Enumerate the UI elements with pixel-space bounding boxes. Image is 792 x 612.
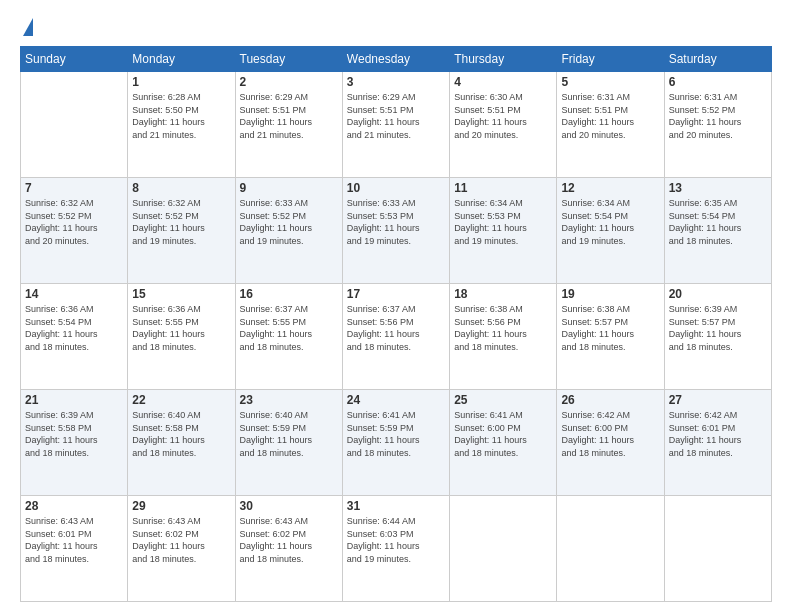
weekday-header-wednesday: Wednesday xyxy=(342,47,449,72)
weekday-header-saturday: Saturday xyxy=(664,47,771,72)
calendar-cell xyxy=(557,496,664,602)
calendar-cell: 11Sunrise: 6:34 AMSunset: 5:53 PMDayligh… xyxy=(450,178,557,284)
day-number: 6 xyxy=(669,75,767,89)
day-number: 15 xyxy=(132,287,230,301)
day-info: Sunrise: 6:38 AMSunset: 5:57 PMDaylight:… xyxy=(561,303,659,353)
calendar-cell: 24Sunrise: 6:41 AMSunset: 5:59 PMDayligh… xyxy=(342,390,449,496)
day-info: Sunrise: 6:35 AMSunset: 5:54 PMDaylight:… xyxy=(669,197,767,247)
day-info: Sunrise: 6:33 AMSunset: 5:52 PMDaylight:… xyxy=(240,197,338,247)
day-number: 11 xyxy=(454,181,552,195)
calendar-cell: 14Sunrise: 6:36 AMSunset: 5:54 PMDayligh… xyxy=(21,284,128,390)
day-number: 25 xyxy=(454,393,552,407)
day-number: 26 xyxy=(561,393,659,407)
day-number: 2 xyxy=(240,75,338,89)
day-number: 4 xyxy=(454,75,552,89)
calendar-cell xyxy=(664,496,771,602)
calendar-week-row: 1Sunrise: 6:28 AMSunset: 5:50 PMDaylight… xyxy=(21,72,772,178)
day-info: Sunrise: 6:36 AMSunset: 5:55 PMDaylight:… xyxy=(132,303,230,353)
day-number: 31 xyxy=(347,499,445,513)
calendar-cell: 6Sunrise: 6:31 AMSunset: 5:52 PMDaylight… xyxy=(664,72,771,178)
day-number: 29 xyxy=(132,499,230,513)
calendar-table: SundayMondayTuesdayWednesdayThursdayFrid… xyxy=(20,46,772,602)
day-number: 13 xyxy=(669,181,767,195)
calendar-cell: 23Sunrise: 6:40 AMSunset: 5:59 PMDayligh… xyxy=(235,390,342,496)
calendar-cell: 27Sunrise: 6:42 AMSunset: 6:01 PMDayligh… xyxy=(664,390,771,496)
day-number: 24 xyxy=(347,393,445,407)
day-number: 14 xyxy=(25,287,123,301)
day-info: Sunrise: 6:28 AMSunset: 5:50 PMDaylight:… xyxy=(132,91,230,141)
day-number: 21 xyxy=(25,393,123,407)
day-info: Sunrise: 6:38 AMSunset: 5:56 PMDaylight:… xyxy=(454,303,552,353)
day-number: 17 xyxy=(347,287,445,301)
day-info: Sunrise: 6:36 AMSunset: 5:54 PMDaylight:… xyxy=(25,303,123,353)
weekday-header-monday: Monday xyxy=(128,47,235,72)
day-info: Sunrise: 6:32 AMSunset: 5:52 PMDaylight:… xyxy=(25,197,123,247)
header xyxy=(20,18,772,38)
day-number: 18 xyxy=(454,287,552,301)
day-info: Sunrise: 6:34 AMSunset: 5:54 PMDaylight:… xyxy=(561,197,659,247)
day-info: Sunrise: 6:30 AMSunset: 5:51 PMDaylight:… xyxy=(454,91,552,141)
calendar-cell: 28Sunrise: 6:43 AMSunset: 6:01 PMDayligh… xyxy=(21,496,128,602)
calendar-cell: 3Sunrise: 6:29 AMSunset: 5:51 PMDaylight… xyxy=(342,72,449,178)
calendar-week-row: 7Sunrise: 6:32 AMSunset: 5:52 PMDaylight… xyxy=(21,178,772,284)
calendar-cell: 30Sunrise: 6:43 AMSunset: 6:02 PMDayligh… xyxy=(235,496,342,602)
day-number: 3 xyxy=(347,75,445,89)
calendar-cell: 21Sunrise: 6:39 AMSunset: 5:58 PMDayligh… xyxy=(21,390,128,496)
day-info: Sunrise: 6:43 AMSunset: 6:02 PMDaylight:… xyxy=(132,515,230,565)
calendar-cell: 20Sunrise: 6:39 AMSunset: 5:57 PMDayligh… xyxy=(664,284,771,390)
day-number: 30 xyxy=(240,499,338,513)
weekday-header-tuesday: Tuesday xyxy=(235,47,342,72)
calendar-cell: 17Sunrise: 6:37 AMSunset: 5:56 PMDayligh… xyxy=(342,284,449,390)
logo-triangle-icon xyxy=(23,18,33,36)
calendar-week-row: 14Sunrise: 6:36 AMSunset: 5:54 PMDayligh… xyxy=(21,284,772,390)
day-number: 16 xyxy=(240,287,338,301)
day-number: 7 xyxy=(25,181,123,195)
day-number: 20 xyxy=(669,287,767,301)
day-number: 8 xyxy=(132,181,230,195)
day-info: Sunrise: 6:37 AMSunset: 5:55 PMDaylight:… xyxy=(240,303,338,353)
day-info: Sunrise: 6:37 AMSunset: 5:56 PMDaylight:… xyxy=(347,303,445,353)
calendar-cell xyxy=(21,72,128,178)
day-info: Sunrise: 6:40 AMSunset: 5:59 PMDaylight:… xyxy=(240,409,338,459)
weekday-header-friday: Friday xyxy=(557,47,664,72)
day-info: Sunrise: 6:43 AMSunset: 6:02 PMDaylight:… xyxy=(240,515,338,565)
calendar-cell: 7Sunrise: 6:32 AMSunset: 5:52 PMDaylight… xyxy=(21,178,128,284)
day-info: Sunrise: 6:31 AMSunset: 5:52 PMDaylight:… xyxy=(669,91,767,141)
page: SundayMondayTuesdayWednesdayThursdayFrid… xyxy=(0,0,792,612)
calendar-cell: 12Sunrise: 6:34 AMSunset: 5:54 PMDayligh… xyxy=(557,178,664,284)
calendar-cell: 31Sunrise: 6:44 AMSunset: 6:03 PMDayligh… xyxy=(342,496,449,602)
calendar-week-row: 21Sunrise: 6:39 AMSunset: 5:58 PMDayligh… xyxy=(21,390,772,496)
day-info: Sunrise: 6:40 AMSunset: 5:58 PMDaylight:… xyxy=(132,409,230,459)
day-info: Sunrise: 6:43 AMSunset: 6:01 PMDaylight:… xyxy=(25,515,123,565)
calendar-cell: 15Sunrise: 6:36 AMSunset: 5:55 PMDayligh… xyxy=(128,284,235,390)
day-info: Sunrise: 6:44 AMSunset: 6:03 PMDaylight:… xyxy=(347,515,445,565)
day-info: Sunrise: 6:39 AMSunset: 5:58 PMDaylight:… xyxy=(25,409,123,459)
day-number: 22 xyxy=(132,393,230,407)
calendar-cell: 25Sunrise: 6:41 AMSunset: 6:00 PMDayligh… xyxy=(450,390,557,496)
day-number: 23 xyxy=(240,393,338,407)
calendar-cell: 5Sunrise: 6:31 AMSunset: 5:51 PMDaylight… xyxy=(557,72,664,178)
day-info: Sunrise: 6:39 AMSunset: 5:57 PMDaylight:… xyxy=(669,303,767,353)
calendar-cell: 26Sunrise: 6:42 AMSunset: 6:00 PMDayligh… xyxy=(557,390,664,496)
calendar-cell: 19Sunrise: 6:38 AMSunset: 5:57 PMDayligh… xyxy=(557,284,664,390)
day-info: Sunrise: 6:29 AMSunset: 5:51 PMDaylight:… xyxy=(347,91,445,141)
calendar-cell: 4Sunrise: 6:30 AMSunset: 5:51 PMDaylight… xyxy=(450,72,557,178)
day-number: 27 xyxy=(669,393,767,407)
weekday-header-row: SundayMondayTuesdayWednesdayThursdayFrid… xyxy=(21,47,772,72)
day-number: 10 xyxy=(347,181,445,195)
day-number: 5 xyxy=(561,75,659,89)
calendar-cell xyxy=(450,496,557,602)
day-info: Sunrise: 6:31 AMSunset: 5:51 PMDaylight:… xyxy=(561,91,659,141)
weekday-header-sunday: Sunday xyxy=(21,47,128,72)
day-number: 28 xyxy=(25,499,123,513)
calendar-cell: 18Sunrise: 6:38 AMSunset: 5:56 PMDayligh… xyxy=(450,284,557,390)
day-info: Sunrise: 6:29 AMSunset: 5:51 PMDaylight:… xyxy=(240,91,338,141)
calendar-cell: 10Sunrise: 6:33 AMSunset: 5:53 PMDayligh… xyxy=(342,178,449,284)
day-info: Sunrise: 6:41 AMSunset: 6:00 PMDaylight:… xyxy=(454,409,552,459)
day-number: 19 xyxy=(561,287,659,301)
calendar-cell: 1Sunrise: 6:28 AMSunset: 5:50 PMDaylight… xyxy=(128,72,235,178)
day-number: 9 xyxy=(240,181,338,195)
day-number: 1 xyxy=(132,75,230,89)
calendar-week-row: 28Sunrise: 6:43 AMSunset: 6:01 PMDayligh… xyxy=(21,496,772,602)
day-info: Sunrise: 6:42 AMSunset: 6:01 PMDaylight:… xyxy=(669,409,767,459)
